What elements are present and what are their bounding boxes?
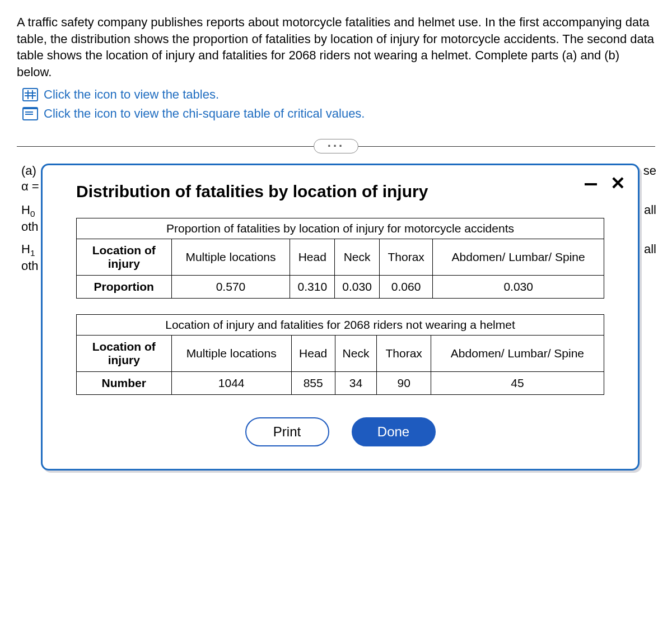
bg-part-a: (a) — [21, 164, 36, 178]
col-header: Neck — [335, 335, 377, 371]
bg-tail-all2: all — [644, 242, 656, 257]
row-header: Number — [77, 371, 172, 394]
cell: 0.310 — [290, 275, 335, 298]
cell: 0.060 — [379, 275, 432, 298]
cell: 855 — [291, 371, 335, 394]
col-header: Neck — [335, 239, 380, 275]
cell: 34 — [335, 371, 377, 394]
close-icon[interactable]: ✕ — [610, 174, 626, 192]
done-button[interactable]: Done — [352, 417, 436, 446]
bg-oth1: oth — [21, 220, 39, 234]
col-header: Head — [291, 335, 335, 371]
table-numbers: Location of injury Multiple locations He… — [76, 335, 604, 395]
col-header: Thorax — [379, 239, 432, 275]
popup-distribution: ✕ Distribution of fatalities by location… — [41, 164, 640, 471]
bg-tail-use: se — [643, 164, 656, 178]
cell: 0.570 — [171, 275, 290, 298]
table-row: Number 1044 855 34 90 45 — [77, 371, 604, 394]
link-chi-square[interactable]: Click the icon to view the chi-square ta… — [22, 106, 655, 121]
link-chisq-label: Click the icon to view the chi-square ta… — [44, 106, 365, 121]
col-header: Multiple locations — [171, 335, 291, 371]
row-header: Location of injury — [77, 335, 172, 371]
link-tables[interactable]: Click the icon to view the tables. — [22, 87, 655, 102]
row-header: Proportion — [77, 275, 172, 298]
bg-alpha: α = — [21, 179, 39, 194]
book-icon — [22, 107, 38, 120]
table-row: Location of injury Multiple locations He… — [77, 335, 604, 371]
cell: 0.030 — [433, 275, 604, 298]
popup-title: Distribution of fatalities by location o… — [76, 182, 604, 201]
grid-icon — [22, 88, 38, 101]
table1-caption: Proportion of fatalities by location of … — [76, 218, 604, 239]
print-button[interactable]: Print — [245, 417, 329, 446]
col-header: Head — [290, 239, 335, 275]
cell: 45 — [431, 371, 604, 394]
link-tables-label: Click the icon to view the tables. — [44, 87, 219, 102]
background-text: (a) α = H0 oth H1 oth se all all ✕ Distr… — [17, 164, 655, 544]
bg-tail-all1: all — [644, 203, 656, 217]
minimize-icon[interactable] — [585, 183, 597, 185]
table2-caption: Location of injury and fatalities for 20… — [76, 314, 604, 335]
col-header: Thorax — [377, 335, 431, 371]
row-header: Location of injury — [77, 239, 172, 275]
cell: 0.030 — [335, 275, 380, 298]
col-header: Abdomen/ Lumbar/ Spine — [431, 335, 604, 371]
table-row: Proportion 0.570 0.310 0.030 0.060 0.030 — [77, 275, 604, 298]
cell: 90 — [377, 371, 431, 394]
table-row: Location of injury Multiple locations He… — [77, 239, 604, 275]
ellipsis-icon[interactable]: ··· — [314, 139, 358, 153]
cell: 1044 — [171, 371, 291, 394]
bg-oth2: oth — [21, 259, 39, 273]
bg-h0: H0 — [21, 203, 35, 219]
col-header: Abdomen/ Lumbar/ Spine — [433, 239, 604, 275]
section-divider: ··· — [17, 146, 655, 147]
bg-h1: H1 — [21, 242, 35, 258]
table-proportions: Location of injury Multiple locations He… — [76, 239, 604, 299]
problem-intro: A traffic safety company publishes repor… — [17, 14, 655, 81]
col-header: Multiple locations — [171, 239, 290, 275]
